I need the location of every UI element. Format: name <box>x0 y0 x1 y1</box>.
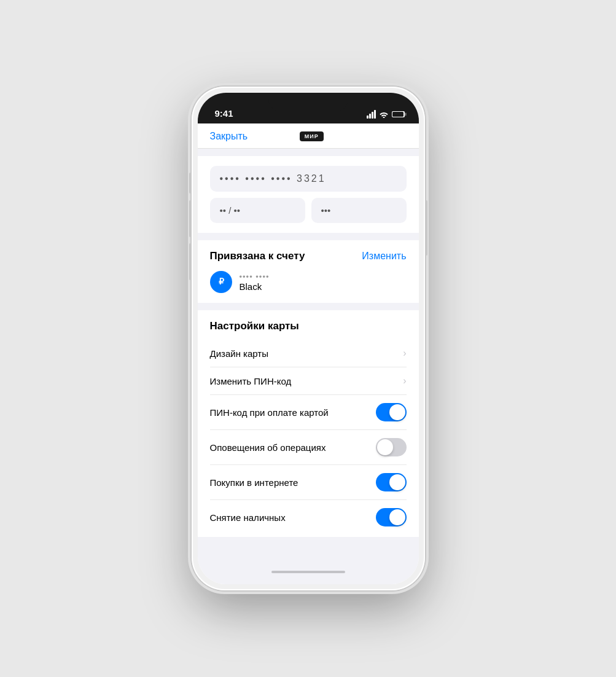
mir-logo: МИР <box>300 131 324 141</box>
account-section: Привязана к счету Изменить ₽ •••• •••• B… <box>198 240 419 303</box>
chevron-icon-2: › <box>403 375 406 386</box>
power-button <box>425 200 427 256</box>
settings-item-notifications-label: Оповещения об операциях <box>210 442 326 453</box>
account-info: •••• •••• Black <box>240 272 270 292</box>
card-fields-row: •• / •• ••• <box>210 198 407 223</box>
notifications-thumb <box>377 439 393 455</box>
account-number: •••• •••• <box>240 272 270 281</box>
settings-section: Настройки карты Дизайн карты › Изменить … <box>198 310 419 537</box>
mute-button <box>189 173 192 194</box>
settings-item-pin-change[interactable]: Изменить ПИН-код › <box>210 367 407 395</box>
content-area[interactable]: Закрыть МИР •••• •••• •••• 3321 •• / •• … <box>198 123 419 584</box>
cash-withdrawal-track <box>376 508 407 526</box>
wifi-icon <box>379 111 389 118</box>
account-name: Black <box>240 281 270 292</box>
volume-down-button <box>189 243 192 280</box>
bottom-spacer <box>198 537 419 562</box>
settings-item-pin-payment: ПИН-код при оплате картой <box>210 395 407 430</box>
ruble-icon: ₽ <box>216 276 227 288</box>
settings-item-design-label: Дизайн карты <box>210 348 269 359</box>
cash-withdrawal-toggle[interactable] <box>376 508 407 526</box>
settings-title: Настройки карты <box>210 320 407 332</box>
notch <box>268 93 348 111</box>
account-section-title: Привязана к счету <box>210 250 305 262</box>
account-avatar: ₽ <box>210 271 232 293</box>
battery-icon <box>392 111 407 118</box>
pin-payment-toggle[interactable] <box>376 403 407 421</box>
volume-up-button <box>189 200 192 237</box>
online-purchases-track <box>376 473 407 491</box>
svg-rect-1 <box>405 113 406 116</box>
online-purchases-thumb <box>389 474 405 490</box>
settings-item-cash-withdrawal: Снятие наличных <box>210 500 407 534</box>
account-row: ₽ •••• •••• Black <box>210 271 407 293</box>
settings-item-pin-change-label: Изменить ПИН-код <box>210 376 292 386</box>
close-button[interactable]: Закрыть <box>210 131 248 142</box>
cash-withdrawal-thumb <box>389 509 405 525</box>
settings-item-online-purchases-label: Покупки в интернете <box>210 477 298 488</box>
account-change-button[interactable]: Изменить <box>362 251 406 262</box>
svg-text:₽: ₽ <box>218 276 224 286</box>
settings-item-online-purchases: Покупки в интернете <box>210 465 407 500</box>
notifications-track <box>376 438 407 456</box>
svg-rect-2 <box>392 112 404 117</box>
settings-item-pin-payment-label: ПИН-код при оплате картой <box>210 407 329 418</box>
status-icons <box>367 110 407 119</box>
nav-bar: Закрыть МИР <box>198 123 419 149</box>
home-indicator <box>271 571 345 573</box>
settings-item-cash-withdrawal-label: Снятие наличных <box>210 512 286 523</box>
card-cvv-field: ••• <box>311 198 407 223</box>
status-bar: 9:41 <box>198 93 419 123</box>
settings-item-notifications: Оповещения об операциях <box>210 430 407 465</box>
notifications-toggle[interactable] <box>376 438 407 456</box>
chevron-icon: › <box>403 348 406 359</box>
signal-icon <box>367 110 376 119</box>
pin-payment-track <box>376 403 407 421</box>
phone-frame: 9:41 <box>192 87 425 590</box>
card-info-block: •••• •••• •••• 3321 •• / •• ••• <box>198 156 419 233</box>
settings-item-design[interactable]: Дизайн карты › <box>210 340 407 367</box>
card-expiry-field: •• / •• <box>210 198 305 223</box>
pin-payment-thumb <box>389 404 405 420</box>
account-header: Привязана к счету Изменить <box>210 250 407 262</box>
card-number-field: •••• •••• •••• 3321 <box>210 166 407 192</box>
phone-screen: 9:41 <box>198 93 419 584</box>
online-purchases-toggle[interactable] <box>376 473 407 491</box>
